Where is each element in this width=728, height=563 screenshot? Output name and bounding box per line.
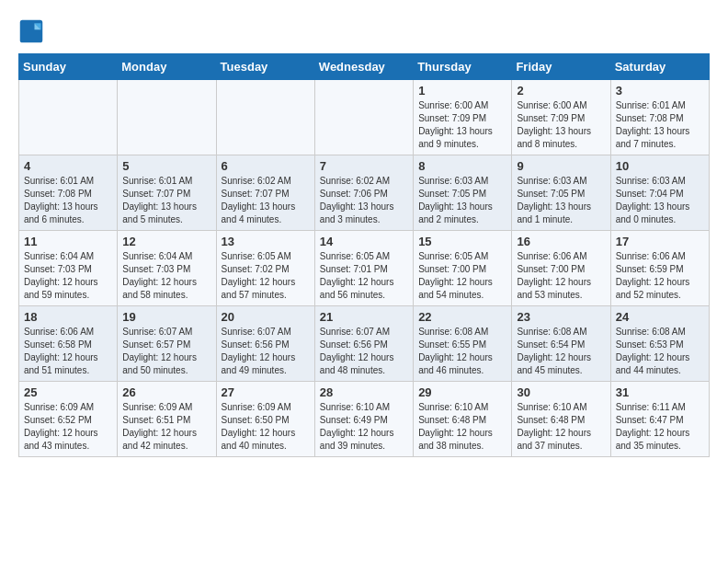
calendar-day-29: 29Sunrise: 6:10 AM Sunset: 6:48 PM Dayli… bbox=[414, 382, 512, 457]
calendar-day-5: 5Sunrise: 6:01 AM Sunset: 7:07 PM Daylig… bbox=[118, 155, 216, 231]
day-info: Sunrise: 6:09 AM Sunset: 6:51 PM Dayligh… bbox=[122, 401, 210, 453]
logo-icon bbox=[18, 18, 44, 44]
day-info: Sunrise: 6:03 AM Sunset: 7:05 PM Dayligh… bbox=[517, 175, 605, 226]
day-info: Sunrise: 6:04 AM Sunset: 7:03 PM Dayligh… bbox=[122, 250, 210, 302]
weekday-row: SundayMondayTuesdayWednesdayThursdayFrid… bbox=[19, 54, 710, 80]
calendar-day-2: 2Sunrise: 6:00 AM Sunset: 7:09 PM Daylig… bbox=[512, 80, 610, 155]
day-info: Sunrise: 6:09 AM Sunset: 6:50 PM Dayligh… bbox=[222, 401, 310, 453]
day-number: 14 bbox=[320, 235, 408, 248]
calendar-day-8: 8Sunrise: 6:03 AM Sunset: 7:05 PM Daylig… bbox=[414, 155, 512, 231]
day-info: Sunrise: 6:01 AM Sunset: 7:08 PM Dayligh… bbox=[24, 175, 112, 226]
day-info: Sunrise: 6:08 AM Sunset: 6:54 PM Dayligh… bbox=[517, 326, 605, 377]
day-info: Sunrise: 6:06 AM Sunset: 6:58 PM Dayligh… bbox=[24, 326, 112, 377]
calendar-day-9: 9Sunrise: 6:03 AM Sunset: 7:05 PM Daylig… bbox=[512, 155, 610, 231]
day-info: Sunrise: 6:05 AM Sunset: 7:00 PM Dayligh… bbox=[418, 250, 506, 302]
day-number: 20 bbox=[222, 310, 310, 324]
logo bbox=[18, 18, 48, 44]
calendar-day-15: 15Sunrise: 6:05 AM Sunset: 7:00 PM Dayli… bbox=[414, 231, 512, 306]
day-info: Sunrise: 6:10 AM Sunset: 6:48 PM Dayligh… bbox=[517, 401, 605, 453]
calendar-day-20: 20Sunrise: 6:07 AM Sunset: 6:56 PM Dayli… bbox=[216, 306, 314, 382]
calendar-day-6: 6Sunrise: 6:02 AM Sunset: 7:07 PM Daylig… bbox=[216, 155, 314, 231]
weekday-header-tuesday: Tuesday bbox=[216, 54, 314, 80]
calendar-week-2: 4Sunrise: 6:01 AM Sunset: 7:08 PM Daylig… bbox=[19, 155, 710, 231]
day-info: Sunrise: 6:00 AM Sunset: 7:09 PM Dayligh… bbox=[418, 99, 506, 151]
day-number: 7 bbox=[320, 159, 408, 173]
day-info: Sunrise: 6:00 AM Sunset: 7:09 PM Dayligh… bbox=[517, 99, 605, 151]
calendar-day-25: 25Sunrise: 6:09 AM Sunset: 6:52 PM Dayli… bbox=[19, 382, 118, 457]
day-info: Sunrise: 6:08 AM Sunset: 6:53 PM Dayligh… bbox=[616, 326, 704, 377]
calendar-week-1: 1Sunrise: 6:00 AM Sunset: 7:09 PM Daylig… bbox=[19, 80, 710, 155]
day-info: Sunrise: 6:10 AM Sunset: 6:48 PM Dayligh… bbox=[418, 401, 506, 453]
day-info: Sunrise: 6:10 AM Sunset: 6:49 PM Dayligh… bbox=[320, 401, 408, 453]
day-number: 28 bbox=[320, 385, 408, 399]
day-number: 18 bbox=[24, 310, 112, 324]
day-number: 11 bbox=[24, 235, 112, 248]
day-number: 6 bbox=[222, 159, 310, 173]
day-number: 10 bbox=[616, 159, 704, 173]
day-info: Sunrise: 6:06 AM Sunset: 7:00 PM Dayligh… bbox=[517, 250, 605, 302]
day-info: Sunrise: 6:07 AM Sunset: 6:56 PM Dayligh… bbox=[320, 326, 408, 377]
calendar-day-1: 1Sunrise: 6:00 AM Sunset: 7:09 PM Daylig… bbox=[414, 80, 512, 155]
calendar-day-14: 14Sunrise: 6:05 AM Sunset: 7:01 PM Dayli… bbox=[314, 231, 413, 306]
day-info: Sunrise: 6:11 AM Sunset: 6:47 PM Dayligh… bbox=[616, 401, 704, 453]
day-number: 30 bbox=[517, 385, 605, 399]
calendar-day-24: 24Sunrise: 6:08 AM Sunset: 6:53 PM Dayli… bbox=[610, 306, 709, 382]
calendar-day-16: 16Sunrise: 6:06 AM Sunset: 7:00 PM Dayli… bbox=[512, 231, 610, 306]
day-info: Sunrise: 6:07 AM Sunset: 6:57 PM Dayligh… bbox=[122, 326, 210, 377]
calendar-week-3: 11Sunrise: 6:04 AM Sunset: 7:03 PM Dayli… bbox=[19, 231, 710, 306]
calendar-day-27: 27Sunrise: 6:09 AM Sunset: 6:50 PM Dayli… bbox=[216, 382, 314, 457]
calendar-day-3: 3Sunrise: 6:01 AM Sunset: 7:08 PM Daylig… bbox=[610, 80, 709, 155]
weekday-header-saturday: Saturday bbox=[610, 54, 709, 80]
day-info: Sunrise: 6:03 AM Sunset: 7:04 PM Dayligh… bbox=[616, 175, 704, 226]
day-number: 2 bbox=[517, 84, 605, 98]
calendar-empty bbox=[118, 80, 216, 155]
calendar-week-4: 18Sunrise: 6:06 AM Sunset: 6:58 PM Dayli… bbox=[19, 306, 710, 382]
calendar-table: SundayMondayTuesdayWednesdayThursdayFrid… bbox=[18, 53, 710, 457]
day-number: 19 bbox=[122, 310, 210, 324]
page-header bbox=[18, 18, 710, 44]
day-info: Sunrise: 6:02 AM Sunset: 7:06 PM Dayligh… bbox=[320, 175, 408, 226]
calendar-day-19: 19Sunrise: 6:07 AM Sunset: 6:57 PM Dayli… bbox=[118, 306, 216, 382]
calendar-day-12: 12Sunrise: 6:04 AM Sunset: 7:03 PM Dayli… bbox=[118, 231, 216, 306]
day-number: 5 bbox=[122, 159, 210, 173]
day-number: 22 bbox=[418, 310, 506, 324]
day-info: Sunrise: 6:07 AM Sunset: 6:56 PM Dayligh… bbox=[222, 326, 310, 377]
weekday-header-wednesday: Wednesday bbox=[314, 54, 413, 80]
day-info: Sunrise: 6:05 AM Sunset: 7:02 PM Dayligh… bbox=[222, 250, 310, 302]
day-number: 1 bbox=[418, 84, 506, 98]
calendar-day-10: 10Sunrise: 6:03 AM Sunset: 7:04 PM Dayli… bbox=[610, 155, 709, 231]
calendar-day-30: 30Sunrise: 6:10 AM Sunset: 6:48 PM Dayli… bbox=[512, 382, 610, 457]
day-number: 27 bbox=[222, 385, 310, 399]
day-number: 3 bbox=[616, 84, 704, 98]
calendar-header: SundayMondayTuesdayWednesdayThursdayFrid… bbox=[19, 54, 710, 80]
day-number: 12 bbox=[122, 235, 210, 248]
calendar-empty bbox=[314, 80, 413, 155]
calendar-week-5: 25Sunrise: 6:09 AM Sunset: 6:52 PM Dayli… bbox=[19, 382, 710, 457]
day-info: Sunrise: 6:08 AM Sunset: 6:55 PM Dayligh… bbox=[418, 326, 506, 377]
day-number: 17 bbox=[616, 235, 704, 248]
day-info: Sunrise: 6:04 AM Sunset: 7:03 PM Dayligh… bbox=[24, 250, 112, 302]
calendar-day-28: 28Sunrise: 6:10 AM Sunset: 6:49 PM Dayli… bbox=[314, 382, 413, 457]
day-number: 29 bbox=[418, 385, 506, 399]
day-number: 26 bbox=[122, 385, 210, 399]
day-number: 21 bbox=[320, 310, 408, 324]
day-info: Sunrise: 6:01 AM Sunset: 7:07 PM Dayligh… bbox=[122, 175, 210, 226]
calendar-day-18: 18Sunrise: 6:06 AM Sunset: 6:58 PM Dayli… bbox=[19, 306, 118, 382]
day-info: Sunrise: 6:09 AM Sunset: 6:52 PM Dayligh… bbox=[24, 401, 112, 453]
calendar-day-23: 23Sunrise: 6:08 AM Sunset: 6:54 PM Dayli… bbox=[512, 306, 610, 382]
day-info: Sunrise: 6:01 AM Sunset: 7:08 PM Dayligh… bbox=[616, 99, 704, 151]
day-number: 31 bbox=[616, 385, 704, 399]
day-number: 16 bbox=[517, 235, 605, 248]
calendar-day-4: 4Sunrise: 6:01 AM Sunset: 7:08 PM Daylig… bbox=[19, 155, 118, 231]
day-number: 4 bbox=[24, 159, 112, 173]
calendar-day-17: 17Sunrise: 6:06 AM Sunset: 6:59 PM Dayli… bbox=[610, 231, 709, 306]
calendar-day-31: 31Sunrise: 6:11 AM Sunset: 6:47 PM Dayli… bbox=[610, 382, 709, 457]
day-number: 24 bbox=[616, 310, 704, 324]
day-number: 13 bbox=[222, 235, 310, 248]
day-info: Sunrise: 6:06 AM Sunset: 6:59 PM Dayligh… bbox=[616, 250, 704, 302]
calendar-day-11: 11Sunrise: 6:04 AM Sunset: 7:03 PM Dayli… bbox=[19, 231, 118, 306]
weekday-header-thursday: Thursday bbox=[414, 54, 512, 80]
day-number: 9 bbox=[517, 159, 605, 173]
calendar-body: 1Sunrise: 6:00 AM Sunset: 7:09 PM Daylig… bbox=[19, 80, 710, 457]
calendar-empty bbox=[19, 80, 118, 155]
